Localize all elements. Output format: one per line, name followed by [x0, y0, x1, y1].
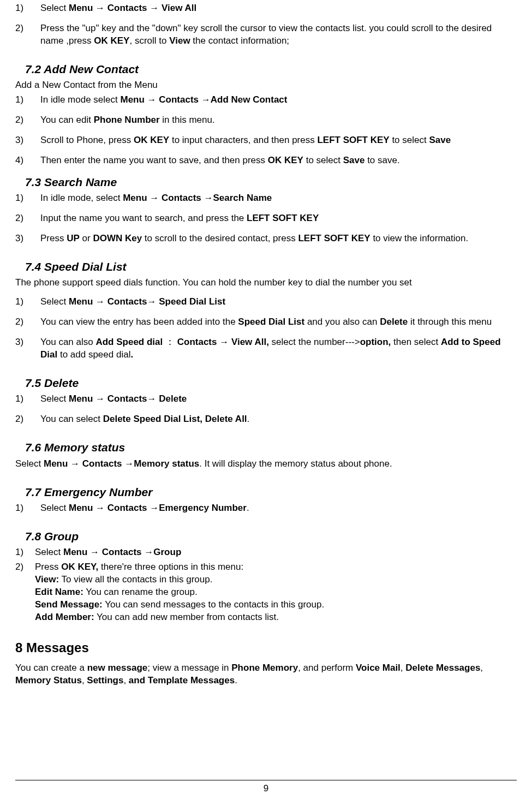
- bold-text: Save: [343, 155, 365, 165]
- bold-text: Menu → Contacts →Add New Contact: [120, 94, 287, 105]
- bold-text: Menu → Contacts → View All: [69, 3, 196, 13]
- text: to select: [303, 155, 343, 165]
- list-item: 1) Select Menu → Contacts →Emergency Num…: [15, 502, 517, 515]
- text: ,: [480, 663, 483, 673]
- text: Press: [40, 233, 67, 243]
- list-marker: 2): [15, 212, 40, 225]
- bold-text: Send Message:: [35, 599, 103, 610]
- heading-7-8: 7.8 Group: [25, 529, 517, 544]
- list-marker: 1): [15, 546, 35, 559]
- text: .: [247, 414, 250, 424]
- paragraph: Select Menu → Contacts →Memory status. I…: [15, 458, 517, 470]
- bold-text: OK KEY: [268, 155, 303, 165]
- list-item: 2) Input the name you want to search, an…: [15, 212, 517, 225]
- text: , and perform: [298, 663, 356, 673]
- bold-text: Menu → Contacts→ Delete: [69, 393, 187, 404]
- bold-text: and Template Messages: [129, 675, 235, 685]
- text: ：: [165, 337, 177, 347]
- bold-text: Menu → Contacts→ Speed Dial List: [69, 296, 225, 307]
- list-item: 2) You can view the entry has been added…: [15, 316, 517, 329]
- text: then select: [393, 337, 441, 347]
- text: You can also: [40, 337, 95, 347]
- bold-text: .: [130, 349, 133, 360]
- text: Select: [40, 296, 69, 307]
- bold-text: OK KEY,: [61, 562, 101, 572]
- text: to add speed dial: [57, 349, 130, 360]
- list-body: Select Menu → Contacts→ Speed Dial List: [40, 296, 517, 308]
- text: to scroll to the desired contact, press: [142, 233, 298, 243]
- paragraph: You can create a new message; view a mes…: [15, 662, 517, 687]
- heading-7-7: 7.7 Emergency Number: [25, 485, 517, 500]
- text: Select: [40, 393, 69, 404]
- text: Select: [40, 3, 69, 13]
- list-body: Then enter the name you want to save, an…: [40, 154, 517, 167]
- list-marker: 1): [15, 502, 40, 515]
- list-marker: 3): [15, 134, 40, 147]
- list-item: 2) Press the "up" key and the "down" key…: [15, 22, 517, 47]
- list-body: Input the name you want to search, and p…: [40, 212, 517, 225]
- bold-text: LEFT SOFT KEY: [247, 213, 319, 223]
- section-7-8-list: 1) Select Menu → Contacts →Group 2) Pres…: [15, 546, 517, 624]
- list-item: 1) Select Menu → Contacts→ Speed Dial Li…: [15, 296, 517, 308]
- text: and you also can: [304, 317, 380, 327]
- text: Scroll to Phone, press: [40, 135, 134, 145]
- bold-text: Memory Status: [15, 675, 82, 685]
- text: In idle mode select: [40, 94, 120, 105]
- text: You can select: [40, 414, 103, 424]
- section-7-4-list: 1) Select Menu → Contacts→ Speed Dial Li…: [15, 296, 517, 361]
- text: In idle mode, select: [40, 193, 123, 203]
- list-marker: 4): [15, 154, 40, 167]
- section-7-3-list: 1) In idle mode, select Menu → Contacts …: [15, 192, 517, 245]
- list-body: In idle mode, select Menu → Contacts →Se…: [40, 192, 517, 205]
- list-body: You can view the entry has been added in…: [40, 316, 517, 329]
- bold-text: Menu → Contacts →Memory status: [44, 458, 199, 469]
- bold-text: Menu → Contacts →Group: [63, 547, 181, 557]
- section-7-7-list: 1) Select Menu → Contacts →Emergency Num…: [15, 502, 517, 515]
- text: Select: [40, 503, 69, 513]
- list-item: 2) Press OK KEY, there're three options …: [15, 561, 517, 624]
- heading-7-6: 7.6 Memory status: [25, 440, 517, 455]
- list-marker: 3): [15, 232, 40, 245]
- heading-7-5: 7.5 Delete: [25, 375, 517, 391]
- bold-text: Voice Mail: [356, 663, 401, 673]
- text: ,: [82, 675, 87, 685]
- list-marker: 3): [15, 336, 40, 361]
- list-marker: 1): [15, 393, 40, 406]
- heading-7-4: 7.4 Speed Dial List: [25, 259, 517, 275]
- list-body: You can edit Phone Number in this menu.: [40, 114, 517, 127]
- list-item: 3) Press UP or DOWN Key to scroll to the…: [15, 232, 517, 245]
- list-item: 3) You can also Add Speed dial ： Contact…: [15, 336, 517, 361]
- bold-text: Menu → Contacts →Emergency Number: [69, 503, 247, 513]
- bold-text: Delete: [380, 317, 408, 327]
- heading-7-2: 7.2 Add New Contact: [25, 62, 517, 77]
- text: Press: [35, 562, 61, 572]
- bold-text: Delete Messages: [405, 663, 480, 673]
- bold-text: Delete Speed Dial List, Delete All: [103, 414, 247, 424]
- text: ,: [123, 675, 128, 685]
- list-item: 1) In idle mode, select Menu → Contacts …: [15, 192, 517, 205]
- list-item: 1) Select Menu → Contacts→ Delete: [15, 393, 517, 406]
- text: there're three options in this menu:: [101, 562, 243, 572]
- bold-text: Phone Number: [94, 115, 160, 125]
- text: to view the information.: [370, 233, 469, 243]
- list-item: 2) You can select Delete Speed Dial List…: [15, 413, 517, 426]
- bold-text: Settings: [87, 675, 123, 685]
- text: You can view the entry has been added in…: [40, 317, 238, 327]
- text: or: [80, 233, 93, 243]
- text: You can send messages to the contacts in…: [103, 599, 324, 610]
- text: Select: [35, 547, 63, 557]
- heading-8: 8 Messages: [15, 639, 517, 657]
- bold-text: Phone Memory: [231, 663, 298, 673]
- bold-text: Add Member:: [35, 612, 94, 622]
- text: Select: [15, 458, 44, 469]
- list-item: 4) Then enter the name you want to save,…: [15, 154, 517, 167]
- text: , scroll to: [129, 35, 169, 46]
- bold-text: Menu → Contacts →Search Name: [123, 193, 272, 203]
- list-body: Select Menu → Contacts →Group: [35, 546, 517, 559]
- bold-text: LEFT SOFT KEY: [317, 135, 389, 145]
- bold-text: option,: [360, 337, 393, 347]
- text: select the number--->: [272, 337, 360, 347]
- text: to input characters, and then press: [169, 135, 317, 145]
- bold-text: Add Speed dial: [95, 337, 165, 347]
- paragraph: The phone support speed dials function. …: [15, 277, 517, 289]
